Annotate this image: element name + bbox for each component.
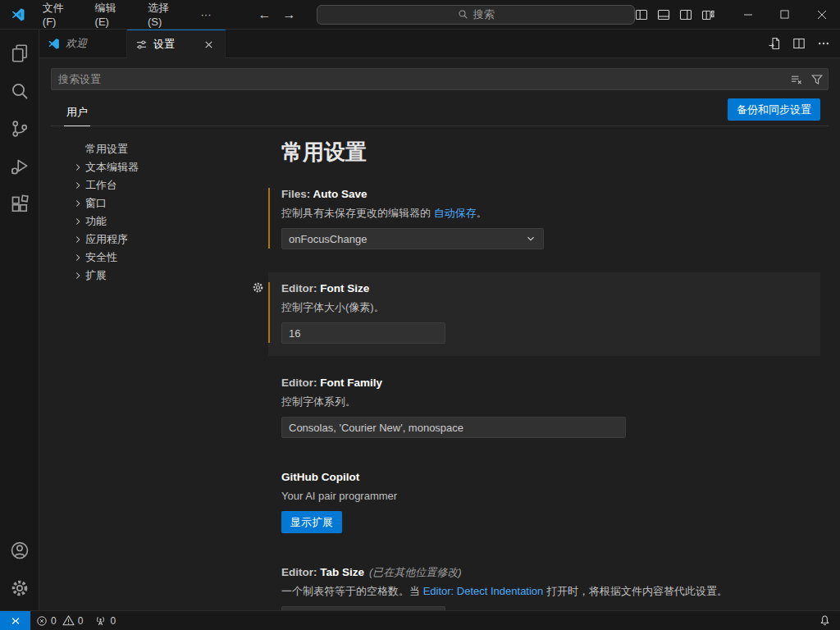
- source-control-button[interactable]: [0, 110, 39, 148]
- settings-editor: 用户 备份和同步设置 常用设置 文本编辑器 工作台: [39, 58, 840, 610]
- maximize-button[interactable]: [766, 0, 803, 29]
- extensions-icon: [10, 194, 30, 214]
- title-bar-right: [635, 0, 840, 29]
- toc-label: 文本编辑器: [85, 160, 139, 175]
- warning-icon: [62, 614, 75, 627]
- toc-item-security[interactable]: 安全性: [51, 249, 268, 267]
- desc-text: 控制具有未保存更改的编辑器的: [281, 207, 434, 219]
- back-arrow-icon[interactable]: ←: [258, 7, 271, 22]
- chevron-right-icon: [72, 234, 85, 245]
- menu-edit[interactable]: 编辑(E): [88, 0, 137, 31]
- menu-more[interactable]: ···: [193, 5, 218, 24]
- error-count: 0: [51, 615, 57, 627]
- minimize-button[interactable]: [729, 0, 766, 29]
- close-tab-button[interactable]: [200, 36, 217, 52]
- run-debug-button[interactable]: [0, 148, 39, 185]
- toc-item-features[interactable]: 功能: [51, 212, 268, 231]
- status-bar: 0 0 0: [0, 610, 840, 630]
- tab-welcome-label: 欢迎: [66, 36, 87, 51]
- vscode-logo-icon: [11, 7, 25, 22]
- chevron-right-icon: [72, 162, 85, 173]
- tab-settings[interactable]: 设置: [127, 30, 226, 58]
- setting-label: Files: Auto Save: [281, 187, 807, 202]
- toc-item-window[interactable]: 窗口: [51, 194, 268, 212]
- accounts-button[interactable]: [0, 532, 39, 569]
- backup-sync-settings-button[interactable]: 备份和同步设置: [728, 98, 820, 121]
- close-icon: [203, 39, 214, 50]
- modified-elsewhere-note: (已在其他位置修改): [369, 566, 462, 578]
- show-extension-button[interactable]: 显示扩展: [281, 511, 342, 533]
- more-actions-icon[interactable]: [817, 37, 830, 50]
- ports-count: 0: [110, 615, 116, 627]
- notifications-bell[interactable]: [813, 611, 837, 630]
- chevron-right-icon: [72, 180, 85, 191]
- extensions-button[interactable]: [0, 185, 39, 223]
- remote-indicator[interactable]: [0, 611, 30, 630]
- toc-item-text-editor[interactable]: 文本编辑器: [51, 158, 268, 176]
- setting-description: Your AI pair programmer: [281, 489, 807, 504]
- toc-label: 工作台: [85, 178, 117, 193]
- auto-save-select[interactable]: onFocusChange: [281, 228, 544, 249]
- manage-button[interactable]: [0, 569, 39, 607]
- auto-save-value: onFocusChange: [289, 233, 367, 245]
- menu-selection[interactable]: 选择(S): [140, 0, 189, 31]
- setting-gear-icon[interactable]: [252, 281, 264, 294]
- toggle-sidebar-icon[interactable]: [635, 8, 648, 21]
- search-icon: [458, 9, 468, 20]
- menu-file[interactable]: 文件(F): [35, 0, 84, 31]
- bell-icon: [819, 614, 831, 627]
- split-editor-icon[interactable]: [792, 37, 806, 50]
- open-settings-json-icon[interactable]: [768, 37, 781, 50]
- setting-name: GitHub Copilot: [281, 471, 359, 483]
- settings-toc: 常用设置 文本编辑器 工作台 窗口: [51, 138, 268, 610]
- toc-label: 窗口: [85, 196, 107, 211]
- settings-search-input[interactable]: [51, 68, 829, 90]
- toggle-secondary-sidebar-icon[interactable]: [679, 8, 692, 21]
- search-view-button[interactable]: [0, 72, 39, 110]
- chevron-right-icon: [72, 270, 85, 281]
- error-icon: [36, 615, 48, 627]
- command-center-search[interactable]: 搜索: [317, 5, 635, 25]
- tab-bar: 欢迎 设置: [39, 30, 840, 58]
- forward-arrow-icon[interactable]: →: [282, 7, 295, 22]
- font-family-input[interactable]: [281, 417, 626, 438]
- toc-item-application[interactable]: 应用程序: [51, 231, 268, 249]
- maximize-icon: [780, 10, 789, 19]
- chevron-right-icon: [72, 198, 85, 209]
- toc-label: 安全性: [85, 250, 117, 265]
- menu-bar: 文件(F) 编辑(E) 选择(S) ···: [35, 0, 219, 31]
- setting-description: 控制字体大小(像素)。: [281, 300, 807, 315]
- setting-editor-font-family: Editor: Font Family 控制字体系列。: [268, 367, 820, 450]
- explorer-button[interactable]: [0, 34, 39, 72]
- tab-welcome[interactable]: 欢迎: [39, 30, 127, 57]
- radio-tower-icon: [94, 614, 107, 627]
- toc-label: 常用设置: [85, 142, 128, 157]
- font-size-input[interactable]: [281, 322, 445, 344]
- nav-history: ← →: [258, 7, 295, 22]
- setting-category: Editor:: [281, 377, 320, 389]
- clear-search-results-icon[interactable]: [790, 73, 803, 86]
- toc-item-workbench[interactable]: 工作台: [51, 176, 268, 194]
- tab-size-input[interactable]: [281, 606, 445, 610]
- desc-text: 打开时，将根据文件内容替代此设置。: [543, 585, 728, 597]
- auto-save-link[interactable]: 自动保存: [434, 207, 477, 219]
- setting-editor-font-size: Editor: Font Size 控制字体大小(像素)。: [268, 272, 820, 356]
- ports-indicator[interactable]: 0: [89, 611, 121, 630]
- setting-label: GitHub Copilot: [281, 470, 807, 485]
- scope-tab-user[interactable]: 用户: [64, 100, 90, 126]
- customize-layout-icon[interactable]: [701, 8, 714, 21]
- close-window-button[interactable]: [803, 0, 840, 29]
- setting-description: 控制具有未保存更改的编辑器的 自动保存。: [281, 206, 807, 221]
- toc-item-common[interactable]: 常用设置: [51, 140, 268, 158]
- detect-indentation-link[interactable]: Editor: Detect Indentation: [423, 585, 544, 597]
- toc-label: 扩展: [85, 268, 107, 283]
- setting-category: Files:: [281, 188, 313, 200]
- setting-description: 控制字体系列。: [281, 395, 807, 409]
- problems-indicator[interactable]: 0 0: [30, 611, 89, 630]
- toc-item-extensions[interactable]: 扩展: [51, 267, 268, 285]
- toc-label: 应用程序: [85, 232, 128, 247]
- gear-icon: [10, 578, 30, 598]
- search-icon: [10, 81, 30, 101]
- toggle-panel-icon[interactable]: [657, 8, 670, 21]
- filter-icon[interactable]: [810, 73, 824, 86]
